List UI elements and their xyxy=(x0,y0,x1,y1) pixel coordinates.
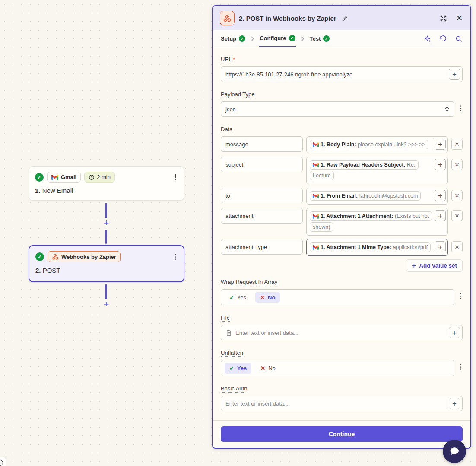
remove-row-icon[interactable]: ✕ xyxy=(451,190,463,201)
panel-footer: Continue xyxy=(213,420,470,448)
webhook-app-icon xyxy=(220,11,235,25)
check-icon: ✓ xyxy=(229,365,234,372)
gmail-icon xyxy=(313,163,319,167)
chat-launcher[interactable] xyxy=(443,440,466,463)
wrap-request-yes-option[interactable]: ✓ Yes xyxy=(225,292,251,303)
mapped-field-tag[interactable]: 1. Attachment 1 Mime Type: application/p… xyxy=(310,242,431,252)
data-row: 1. Attachment 1 Attachment: (Exists but … xyxy=(221,208,463,236)
mapped-field-tag[interactable]: 1. Attachment 1 Attachment: (Exists but … xyxy=(310,211,432,232)
step-menu-kebab-icon[interactable] xyxy=(173,252,178,261)
tab-configure[interactable]: Configure ✓ xyxy=(259,30,296,47)
step-card-post[interactable]: ✓ Webhooks by Zapier 2. POST xyxy=(29,245,184,282)
data-key-input[interactable] xyxy=(221,136,303,152)
payload-type-label: Payload Type xyxy=(221,91,255,98)
wrap-request-no-option[interactable]: ✕ No xyxy=(255,292,280,303)
payload-type-select[interactable]: json xyxy=(221,101,454,117)
url-field[interactable]: + xyxy=(221,66,463,82)
zoom-control-partial[interactable] xyxy=(0,457,6,466)
chevron-right-icon xyxy=(251,36,254,41)
insert-data-plus-icon[interactable]: + xyxy=(435,139,446,150)
unflatten-field: ✓ Yes ✕ No xyxy=(221,360,454,376)
configure-form: URL* + Payload Type json Data xyxy=(213,47,470,420)
wrap-request-field: ✓ Yes ✕ No xyxy=(221,289,454,305)
step-card-new-email[interactable]: ✓ Gmail 2 min 1. New Em xyxy=(29,166,184,201)
document-icon xyxy=(225,330,232,336)
data-row: 1. Raw Payload Headers Subject: Re: Lect… xyxy=(221,157,463,184)
copilot-sparkle-icon[interactable] xyxy=(423,34,432,44)
add-step-button[interactable]: + xyxy=(102,300,111,309)
basic-auth-label: Basic Auth xyxy=(221,385,247,393)
continue-button[interactable]: Continue xyxy=(221,426,463,442)
data-key-input[interactable] xyxy=(221,208,303,224)
tab-setup[interactable]: Setup ✓ xyxy=(220,30,246,47)
field-menu-kebab-icon[interactable] xyxy=(458,362,463,372)
circle-icon xyxy=(0,460,3,466)
data-row: 1. Attachment 1 Mime Type: application/p… xyxy=(221,239,463,256)
field-menu-kebab-icon[interactable] xyxy=(458,104,463,113)
x-icon: ✕ xyxy=(260,365,265,372)
clock-icon xyxy=(89,174,95,180)
basic-auth-input[interactable] xyxy=(225,400,445,407)
field-menu-kebab-icon[interactable] xyxy=(458,291,463,301)
rename-pencil-icon[interactable] xyxy=(341,14,349,22)
remove-row-icon[interactable]: ✕ xyxy=(451,210,463,221)
data-value-field[interactable]: 1. Raw Payload Headers Subject: Re: Lect… xyxy=(306,157,448,184)
panel-title: 2. POST in Webhooks by Zapier xyxy=(239,15,336,22)
remove-row-icon[interactable]: ✕ xyxy=(451,159,463,170)
file-input[interactable] xyxy=(235,330,445,336)
add-value-set-button[interactable]: + Add value set xyxy=(406,259,463,272)
data-label: Data xyxy=(221,126,232,133)
expand-icon[interactable] xyxy=(438,13,448,23)
insert-data-plus-icon[interactable]: + xyxy=(435,210,446,221)
basic-auth-field[interactable]: + xyxy=(221,396,463,411)
remove-row-icon[interactable]: ✕ xyxy=(451,241,463,252)
close-icon[interactable]: ✕ xyxy=(455,13,463,24)
chat-icon xyxy=(448,445,460,457)
mapped-field-tag[interactable]: 1. Raw Payload Headers Subject: Re: Lect… xyxy=(310,160,419,180)
data-key-input[interactable] xyxy=(221,239,303,255)
add-step-button[interactable]: + xyxy=(102,219,111,228)
webhook-icon xyxy=(52,253,59,260)
chevron-right-icon xyxy=(301,36,305,41)
data-value-field[interactable]: 1. Attachment 1 Attachment: (Exists but … xyxy=(306,208,448,236)
data-row: 1. Body Plain: please explain...ink? >>>… xyxy=(221,136,463,153)
url-input[interactable] xyxy=(225,71,445,78)
insert-data-plus-icon[interactable]: + xyxy=(435,190,446,201)
refresh-undo-icon[interactable] xyxy=(438,34,448,44)
x-icon: ✕ xyxy=(260,294,265,301)
search-icon[interactable] xyxy=(454,34,463,44)
gmail-icon xyxy=(51,175,58,180)
data-key-input[interactable] xyxy=(221,157,303,172)
data-row: 1. From Email: fahreddin@upstash.com + ✕ xyxy=(221,188,463,205)
insert-data-plus-icon[interactable]: + xyxy=(435,159,446,170)
plus-icon: + xyxy=(412,261,416,270)
gmail-icon xyxy=(313,194,319,198)
data-key-input[interactable] xyxy=(221,188,303,203)
configure-complete-icon: ✓ xyxy=(289,35,295,41)
insert-data-plus-icon[interactable]: + xyxy=(449,69,460,80)
tab-test[interactable]: Test ✓ xyxy=(309,30,331,47)
step-menu-kebab-icon[interactable] xyxy=(173,173,178,182)
test-complete-icon: ✓ xyxy=(323,35,330,42)
data-value-field[interactable]: 1. Body Plain: please explain...ink? >>>… xyxy=(306,136,448,153)
url-label: URL* xyxy=(221,56,235,63)
step-config-panel: 2. POST in Webhooks by Zapier ✕ Setup ✓ xyxy=(212,5,471,449)
unflatten-no-option[interactable]: ✕ No xyxy=(256,363,280,374)
insert-data-plus-icon[interactable]: + xyxy=(449,398,460,409)
polling-interval-badge[interactable]: 2 min xyxy=(84,172,115,183)
gmail-app-pill[interactable]: Gmail xyxy=(47,172,81,183)
file-field[interactable]: + xyxy=(221,325,463,340)
chevron-updown-icon xyxy=(444,106,450,113)
remove-row-icon[interactable]: ✕ xyxy=(451,139,463,150)
insert-data-plus-icon[interactable]: + xyxy=(449,327,460,338)
data-value-field[interactable]: 1. From Email: fahreddin@upstash.com + xyxy=(306,188,448,205)
wrap-request-label: Wrap Request In Array xyxy=(221,279,277,286)
connector-line xyxy=(105,284,107,299)
unflatten-yes-option[interactable]: ✓ Yes xyxy=(225,363,251,374)
webhooks-app-pill[interactable]: Webhooks by Zapier xyxy=(48,251,121,262)
gmail-icon xyxy=(313,142,319,147)
mapped-field-tag[interactable]: 1. From Email: fahreddin@upstash.com xyxy=(310,191,421,201)
insert-data-plus-icon[interactable]: + xyxy=(435,241,446,252)
data-value-field[interactable]: 1. Attachment 1 Mime Type: application/p… xyxy=(306,239,448,256)
mapped-field-tag[interactable]: 1. Body Plain: please explain...ink? >>>… xyxy=(310,140,428,149)
